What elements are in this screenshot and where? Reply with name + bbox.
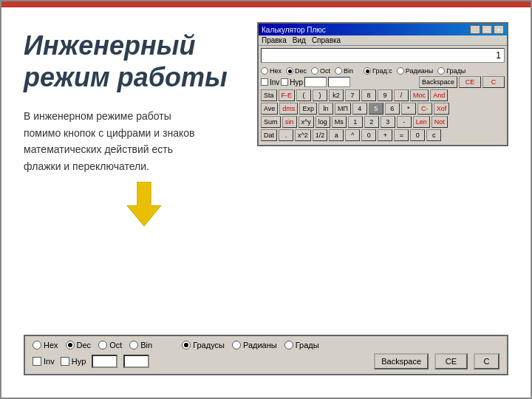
btn-2[interactable]: 2 [364, 116, 379, 128]
b-grady-circle [284, 341, 293, 349]
btn-exp[interactable]: Exp [299, 103, 317, 115]
btn-xof[interactable]: Хof [434, 103, 450, 115]
minimize-button[interactable]: _ [470, 25, 480, 34]
left-text-area: Инженерный режим работы В инженерном реж… [24, 22, 242, 226]
b-c-button[interactable]: C [474, 353, 499, 369]
calc-grid-row-2: Ave dms Exp ln МП 4 5 6 * C- Хof [261, 103, 505, 115]
btn-dms[interactable]: dms [279, 103, 298, 115]
btn-sub[interactable]: - [397, 116, 412, 128]
btn-inv2[interactable]: 1/2 [313, 129, 328, 141]
btn-1b[interactable]: ) [313, 89, 327, 101]
oct-label: Oct [320, 67, 330, 75]
btn-and[interactable]: Аnd [430, 89, 448, 101]
b-grad-radio[interactable]: Градусы [182, 341, 225, 349]
btn-fe[interactable]: F-E [279, 89, 296, 101]
btn-dot[interactable]: . [279, 129, 293, 141]
b-hyp-box [61, 357, 69, 366]
arrow-container [46, 182, 242, 226]
inv-checkbox[interactable] [261, 78, 268, 86]
calc-radio-row-1: Hex Dec Oct Bin [261, 67, 505, 75]
btn-len[interactable]: Len [413, 116, 430, 128]
b-oct-circle [98, 341, 107, 349]
btn-eq[interactable]: = [394, 129, 409, 141]
b-dec-circle [66, 341, 75, 349]
backspace-button[interactable]: Backspace [419, 76, 457, 88]
btn-5[interactable]: 5 [369, 103, 383, 115]
ce-button[interactable]: CE [459, 76, 481, 88]
btn-dat[interactable]: Dat [261, 129, 277, 141]
btn-plus[interactable]: + [378, 129, 392, 141]
btn-a[interactable]: a [329, 129, 344, 141]
c-button[interactable]: C [482, 76, 505, 88]
btn-3[interactable]: 3 [381, 116, 395, 128]
b-bin-radio[interactable]: Bin [129, 341, 152, 349]
grady-label: Грады [446, 67, 466, 75]
hex-radio-dot [261, 67, 268, 75]
b-backspace-button[interactable]: Backspace [374, 353, 429, 369]
btn-mul[interactable]: * [401, 103, 416, 115]
inv-label: Inv [270, 78, 279, 86]
dec-radio[interactable]: Dec [286, 67, 307, 75]
b-hex-radio[interactable]: Hex [33, 341, 58, 349]
oct-radio[interactable]: Oct [311, 67, 330, 75]
btn-ms[interactable]: Мs [332, 116, 347, 128]
btn-0b[interactable]: 0 [410, 129, 425, 141]
btn-1a[interactable]: ( [296, 89, 311, 101]
btn-sta[interactable]: Sta [261, 89, 277, 101]
btn-ln[interactable]: ln [318, 103, 333, 115]
small-input-2[interactable] [328, 77, 350, 87]
btn-ave[interactable]: Ave [261, 103, 278, 115]
btn-mp[interactable]: МП [335, 103, 351, 115]
menu-item-view[interactable]: Вид [293, 36, 306, 44]
menu-item-edit[interactable]: Правка [262, 36, 287, 44]
radiany-radio[interactable]: Радианы [397, 67, 433, 75]
bin-label: Bin [344, 67, 353, 75]
btn-8[interactable]: 8 [361, 89, 376, 101]
btn-sum[interactable]: Sum [261, 116, 281, 128]
small-input-1[interactable] [304, 77, 327, 87]
svg-marker-0 [127, 182, 161, 226]
calculator-window: Калькулятор Плюс _ □ × Правка Вид Справк… [257, 22, 508, 226]
bin-radio[interactable]: Bin [335, 67, 353, 75]
b-dec-radio[interactable]: Dec [66, 341, 92, 349]
hex-radio[interactable]: Hex [261, 67, 282, 75]
oct-radio-dot [311, 67, 318, 75]
btn-0[interactable]: 0 [361, 129, 376, 141]
b-small-input-1[interactable] [92, 355, 117, 368]
btn-9[interactable]: 9 [378, 89, 392, 101]
b-small-input-2[interactable] [123, 355, 149, 368]
btn-xy[interactable]: x^y [299, 116, 314, 128]
dec-radio-dot [286, 67, 293, 75]
btn-sin[interactable]: sin [282, 116, 297, 128]
b-grad-label: Градусы [193, 341, 225, 349]
b-rad-radio[interactable]: Радианы [232, 341, 277, 349]
btn-1[interactable]: 1 [348, 116, 363, 128]
hyp-checkbox[interactable] [281, 78, 288, 86]
menu-item-help[interactable]: Справка [312, 36, 341, 44]
btn-x2[interactable]: x^2 [295, 129, 311, 141]
close-button[interactable]: × [494, 25, 504, 34]
b-oct-radio[interactable]: Oct [98, 341, 122, 349]
btn-log[interactable]: log [316, 116, 330, 128]
b-hyp-checkbox[interactable]: Hyp [61, 357, 86, 366]
calc-title-bar: Калькулятор Плюс _ □ × [259, 24, 507, 35]
b-ce-button[interactable]: CE [434, 353, 468, 369]
b-inv-checkbox[interactable]: Inv [33, 357, 55, 366]
grady-radio[interactable]: Грады [437, 67, 466, 75]
btn-7[interactable]: 7 [345, 89, 360, 101]
maximize-button[interactable]: □ [482, 25, 492, 34]
btn-4[interactable]: 4 [352, 103, 367, 115]
btn-mos[interactable]: Мос [410, 89, 429, 101]
btn-k2[interactable]: k2 [329, 89, 344, 101]
grad-s-radio[interactable]: Град:с [364, 67, 392, 75]
calc-title-buttons: _ □ × [470, 25, 504, 34]
btn-div[interactable]: / [394, 89, 409, 101]
btn-caret[interactable]: ^ [345, 129, 360, 141]
btn-cb[interactable]: c [426, 129, 441, 141]
btn-6[interactable]: 6 [385, 103, 400, 115]
btn-not[interactable]: Not [432, 116, 448, 128]
btn-c2[interactable]: C- [417, 103, 432, 115]
b-inv-label: Inv [44, 357, 55, 366]
bottom-check-row: Inv Hyp Backspace CE C [33, 353, 499, 369]
b-grady-radio[interactable]: Грады [284, 341, 319, 349]
